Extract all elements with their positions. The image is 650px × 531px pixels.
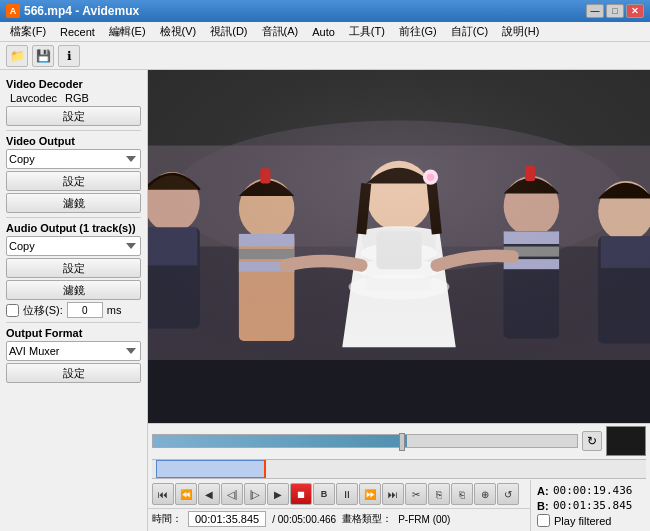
menu-bar: 檔案(F) Recent 編輯(E) 檢視(V) 視訊(D) 音訊(A) Aut…	[0, 22, 650, 42]
separator-2	[6, 217, 141, 218]
video-output-filter-button[interactable]: 濾鏡	[6, 193, 141, 213]
rewind-button[interactable]: ◀	[198, 483, 220, 505]
b-marker-row: B: 00:01:35.845	[537, 499, 644, 512]
pause-button[interactable]: ⏸	[336, 483, 358, 505]
codec-label: Lavcodec	[10, 92, 57, 104]
timeline-cursor	[264, 460, 266, 478]
audio-output-title: Audio Output (1 track(s))	[6, 222, 141, 234]
minimize-button[interactable]: —	[586, 4, 604, 18]
offset-row: 位移(S): 0 ms	[6, 302, 141, 318]
menu-view[interactable]: 檢視(V)	[154, 22, 203, 41]
cut-button[interactable]: ✂	[405, 483, 427, 505]
menu-goto[interactable]: 前往(G)	[393, 22, 443, 41]
output-format-dropdown-row: AVI Muxer MP4 Muxer MKV Muxer	[6, 341, 141, 361]
output-format-settings-button[interactable]: 設定	[6, 363, 141, 383]
paste-button[interactable]: ⎗	[451, 483, 473, 505]
video-area[interactable]	[148, 70, 650, 423]
left-panel: Video Decoder Lavcodec RGB 設定 Video Outp…	[0, 70, 148, 531]
toolbar: 📁 💾 ℹ	[0, 42, 650, 70]
volume-knob[interactable]	[399, 433, 405, 451]
time-label: 時間：	[152, 512, 182, 526]
copy-button[interactable]: ⎘	[428, 483, 450, 505]
separator-3	[6, 322, 141, 323]
separator-1	[6, 130, 141, 131]
close-button[interactable]: ✕	[626, 4, 644, 18]
b-marker-value: 00:01:35.845	[553, 499, 632, 512]
menu-recent[interactable]: Recent	[54, 24, 101, 40]
step-forward-button[interactable]: |▷	[244, 483, 266, 505]
window-title: 566.mp4 - Avidemux	[24, 4, 139, 18]
a-marker-value: 00:00:19.436	[553, 484, 632, 497]
current-time-display: 00:01:35.845	[188, 511, 266, 527]
video-output-dropdown-row: Copy Lavc FFmpeg4 x264	[6, 149, 141, 169]
audio-output-dropdown[interactable]: Copy MP3 AAC	[6, 236, 141, 256]
menu-edit[interactable]: 編輯(E)	[103, 22, 152, 41]
menu-tools[interactable]: 工具(T)	[343, 22, 391, 41]
audio-output-filter-button[interactable]: 濾鏡	[6, 280, 141, 300]
app-icon: A	[6, 4, 20, 18]
open-button[interactable]: 📁	[6, 45, 28, 67]
audio-output-settings-button[interactable]: 設定	[6, 258, 141, 278]
colorspace-label: RGB	[65, 92, 89, 104]
bottom-section: ↻ ⏮ ⏪ ◀ ◁| |▷ ▶ ⏹	[148, 423, 650, 531]
menu-auto[interactable]: Auto	[306, 24, 341, 40]
video-decoder-settings-button[interactable]: 設定	[6, 106, 141, 126]
offset-checkbox[interactable]	[6, 304, 19, 317]
play-button[interactable]: ▶	[267, 483, 289, 505]
transport-controls-col: ⏮ ⏪ ◀ ◁| |▷ ▶ ⏹ B ⏸ ⏩ ⏭ ✂ ⎘ ⎗ ⊕	[148, 480, 530, 531]
video-output-settings-button[interactable]: 設定	[6, 171, 141, 191]
menu-help[interactable]: 說明(H)	[496, 22, 545, 41]
title-bar-controls: — □ ✕	[586, 4, 644, 18]
timeline-selection	[156, 460, 266, 478]
offset-spinbox[interactable]: 0	[67, 302, 103, 318]
transport-bar: ⏮ ⏪ ◀ ◁| |▷ ▶ ⏹ B ⏸ ⏩ ⏭ ✂ ⎘ ⎗ ⊕	[148, 480, 530, 508]
go-to-start-button[interactable]: ⏮	[152, 483, 174, 505]
ab-markers-panel: A: 00:00:19.436 B: 00:01:35.845 Play fil…	[530, 480, 650, 531]
play-filtered-checkbox[interactable]	[537, 514, 550, 527]
title-bar: A 566.mp4 - Avidemux — □ ✕	[0, 0, 650, 22]
offset-label: 位移(S):	[23, 303, 63, 318]
extra1-button[interactable]: ⊕	[474, 483, 496, 505]
menu-video[interactable]: 視訊(D)	[204, 22, 253, 41]
timeline-track[interactable]	[152, 459, 646, 479]
go-to-end-button[interactable]: ⏭	[382, 483, 404, 505]
fast-forward-button[interactable]: ⏩	[359, 483, 381, 505]
menu-audio[interactable]: 音訊(A)	[256, 22, 305, 41]
refresh-button[interactable]: ↻	[582, 431, 602, 451]
step-back-button[interactable]: ◁|	[221, 483, 243, 505]
stop-button[interactable]: ⏹	[290, 483, 312, 505]
right-panel: ↻ ⏮ ⏪ ◀ ◁| |▷ ▶ ⏹	[148, 70, 650, 531]
video-output-dropdown[interactable]: Copy Lavc FFmpeg4 x264	[6, 149, 141, 169]
video-decoder-title: Video Decoder	[6, 78, 141, 90]
svg-rect-31	[148, 70, 650, 423]
menu-file[interactable]: 檔案(F)	[4, 22, 52, 41]
offset-unit: ms	[107, 304, 122, 316]
output-format-title: Output Format	[6, 327, 141, 339]
status-bar: 時間： 00:01:35.845 / 00:05:00.466 畫格類型： P-…	[148, 508, 530, 529]
codec-info-row: Lavcodec RGB	[6, 92, 141, 104]
video-frame	[148, 70, 650, 423]
play-filtered-label: Play filtered	[554, 515, 611, 527]
rewind-fast-button[interactable]: ⏪	[175, 483, 197, 505]
info-button[interactable]: ℹ	[58, 45, 80, 67]
b-frame-button[interactable]: B	[313, 483, 335, 505]
maximize-button[interactable]: □	[606, 4, 624, 18]
save-button[interactable]: 💾	[32, 45, 54, 67]
title-bar-left: A 566.mp4 - Avidemux	[6, 4, 139, 18]
a-marker-label: A:	[537, 485, 549, 497]
transport-ab-row: ⏮ ⏪ ◀ ◁| |▷ ▶ ⏹ B ⏸ ⏩ ⏭ ✂ ⎘ ⎗ ⊕	[148, 480, 650, 531]
play-filtered-row: Play filtered	[537, 514, 644, 527]
a-marker-row: A: 00:00:19.436	[537, 484, 644, 497]
audio-output-dropdown-row: Copy MP3 AAC	[6, 236, 141, 256]
video-thumbnail	[606, 426, 646, 456]
main-content: Video Decoder Lavcodec RGB 設定 Video Outp…	[0, 70, 650, 531]
b-marker-label: B:	[537, 500, 549, 512]
frame-type-value: P-FRM (00)	[398, 514, 450, 525]
frame-type-label: 畫格類型：	[342, 512, 392, 526]
extra2-button[interactable]: ↺	[497, 483, 519, 505]
video-output-title: Video Output	[6, 135, 141, 147]
total-time-display: / 00:05:00.466	[272, 514, 336, 525]
menu-custom[interactable]: 自訂(C)	[445, 22, 494, 41]
output-format-dropdown[interactable]: AVI Muxer MP4 Muxer MKV Muxer	[6, 341, 141, 361]
